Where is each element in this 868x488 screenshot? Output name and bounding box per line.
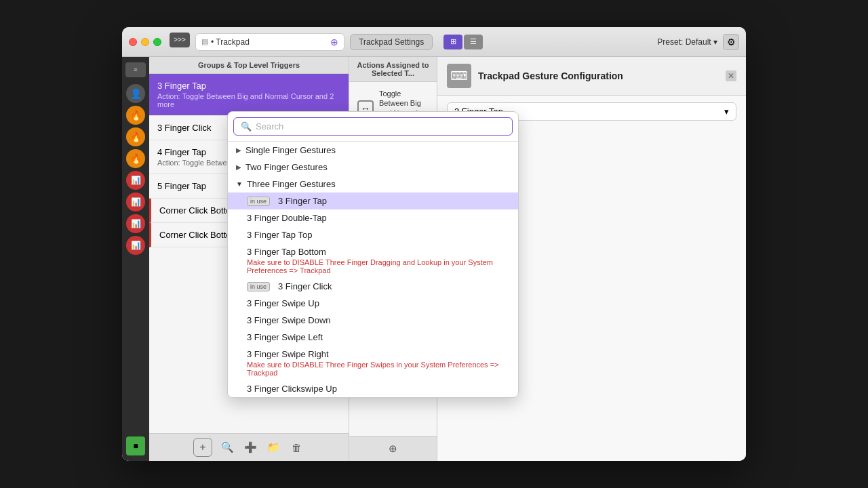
minimize-button[interactable] <box>141 38 149 46</box>
sidebar-icon-fire3[interactable]: 🔥 <box>126 149 145 168</box>
item-label: 3 Finger Swipe Down <box>247 315 331 325</box>
search-bar: 🔍 Search <box>228 112 518 142</box>
dropdown-item-3finger-click[interactable]: in use 3 Finger Click <box>228 278 518 295</box>
dropdown-item-3finger-tap[interactable]: in use 3 Finger Tap <box>228 192 518 209</box>
section-two-finger[interactable]: ▶ Two Finger Gestures <box>228 159 518 176</box>
actions-panel-footer: ⊕ <box>349 436 437 461</box>
actions-footer-btn[interactable]: ⊕ <box>385 441 401 457</box>
main-content: ≡ 👤 🔥 🔥 🔥 📊 📊 📊 📊 ■ Groups & Top Level T… <box>122 57 746 461</box>
gear-button[interactable]: ⚙ <box>723 34 739 50</box>
traffic-lights <box>129 38 161 46</box>
sidebar-icon-fire2[interactable]: 🔥 <box>126 127 145 146</box>
item-label: 3 Finger Click <box>278 281 332 291</box>
config-panel: ⌨ Trackpad Gesture Configuration ✕ 3 Fin… <box>437 57 746 461</box>
item-label: 3 Finger Tap Bottom <box>247 247 326 257</box>
item-label: 3 Finger Swipe Up <box>247 298 319 308</box>
preset-label[interactable]: Preset: Default ▾ <box>657 37 717 47</box>
dropdown-item-3finger-swipe-down[interactable]: 3 Finger Swipe Down <box>228 312 518 329</box>
nav-button[interactable]: >>> <box>170 33 190 47</box>
groups-panel-footer: + 🔍 ➕ 📁 🗑 <box>149 433 349 461</box>
search-groups-button[interactable]: 🔍 <box>219 439 235 455</box>
folder-button[interactable]: 📁 <box>265 439 281 455</box>
in-use-badge: in use <box>247 282 270 291</box>
item-note: Make sure to DISABLE Three Finger Swipes… <box>247 361 510 377</box>
config-close-button[interactable]: ✕ <box>726 70 736 81</box>
dropdown-list: ▶ Single Finger Gestures ▶ Two Finger Ge… <box>228 142 518 397</box>
item-label: 3 Finger Tap <box>278 196 327 206</box>
group-title: 3 Finger Tap <box>157 81 340 91</box>
dropdown-chevron-icon: ▾ <box>724 106 729 117</box>
dropdown-item-3finger-double-tap[interactable]: 3 Finger Double-Tap <box>228 209 518 226</box>
search-icon: 🔍 <box>241 121 252 131</box>
dropdown-item-3finger-swipe-right[interactable]: 3 Finger Swipe Right Make sure to DISABL… <box>228 346 518 380</box>
dropdown-item-3finger-tap-top[interactable]: 3 Finger Tap Top <box>228 226 518 243</box>
sidebar-nav-btn[interactable]: ≡ <box>125 62 146 77</box>
dropdown-item-3finger-swipe-up[interactable]: 3 Finger Swipe Up <box>228 295 518 312</box>
delete-group-button[interactable]: 🗑 <box>288 439 304 455</box>
app-window: >>> ▤ • Trackpad ⊕ Trackpad Settings ⊞ ☰… <box>122 27 746 461</box>
expand-three-icon: ▼ <box>236 180 243 188</box>
section-two-label: Two Finger Gestures <box>245 162 328 172</box>
title-bar: >>> ▤ • Trackpad ⊕ Trackpad Settings ⊞ ☰… <box>122 27 746 57</box>
item-label: 3 Finger Swipe Right <box>247 349 329 359</box>
dropdown-item-3finger-clickswipe-up[interactable]: 3 Finger Clickswipe Up <box>228 380 518 397</box>
sidebar-icon-green[interactable]: ■ <box>126 436 145 455</box>
groups-panel-header: Groups & Top Level Triggers <box>149 57 349 74</box>
trackpad-settings-button[interactable]: Trackpad Settings <box>350 34 433 50</box>
item-note: Make sure to DISABLE Three Finger Draggi… <box>247 258 510 274</box>
sidebar-icon-user[interactable]: 👤 <box>126 84 145 103</box>
item-label: 3 Finger Tap Top <box>247 230 312 240</box>
view-toggle: ⊞ ☰ <box>443 35 483 49</box>
item-label: 3 Finger Swipe Left <box>247 332 323 342</box>
section-three-label: Three Finger Gestures <box>247 179 336 189</box>
config-header: ⌨ Trackpad Gesture Configuration ✕ <box>437 57 746 96</box>
section-single-label: Single Finger Gestures <box>245 145 336 155</box>
location-bar[interactable]: ▤ • Trackpad ⊕ <box>195 33 344 51</box>
grid-view-button[interactable]: ⊞ <box>443 35 462 49</box>
expand-two-icon: ▶ <box>236 163 241 171</box>
config-panel-title: Trackpad Gesture Configuration <box>478 70 623 81</box>
search-placeholder: Search <box>256 121 283 131</box>
location-dropdown-icon[interactable]: ⊕ <box>330 37 338 47</box>
sidebar-icon-chart3[interactable]: 📊 <box>126 214 145 233</box>
gesture-dropdown-menu: 🔍 Search ▶ Single Finger Gestures ▶ Two … <box>227 111 519 398</box>
search-input-container[interactable]: 🔍 Search <box>233 117 513 136</box>
group-subtitle: Action: Toggle Between Big and Normal Cu… <box>157 92 340 108</box>
add-groups-plus-button[interactable]: ➕ <box>242 439 258 455</box>
sidebar: ≡ 👤 🔥 🔥 🔥 📊 📊 📊 📊 ■ <box>122 57 149 461</box>
section-three-finger[interactable]: ▼ Three Finger Gestures <box>228 176 518 192</box>
item-label: 3 Finger Double-Tap <box>247 213 327 223</box>
sidebar-icon-chart4[interactable]: 📊 <box>126 236 145 255</box>
item-label: 3 Finger Clickswipe Up <box>247 384 337 394</box>
actions-panel-header: Actions Assigned to Selected T... <box>349 57 437 82</box>
close-button[interactable] <box>129 38 137 46</box>
section-single-finger[interactable]: ▶ Single Finger Gestures <box>228 142 518 159</box>
dropdown-item-3finger-swipe-left[interactable]: 3 Finger Swipe Left <box>228 329 518 346</box>
sidebar-icon-chart2[interactable]: 📊 <box>126 192 145 211</box>
maximize-button[interactable] <box>153 38 161 46</box>
group-item-3finger-tap[interactable]: 3 Finger Tap Action: Toggle Between Big … <box>149 74 349 116</box>
trackpad-large-icon: ⌨ <box>447 64 471 88</box>
in-use-badge: in use <box>247 197 270 206</box>
list-view-button[interactable]: ☰ <box>464 35 483 49</box>
sidebar-icon-chart1[interactable]: 📊 <box>126 171 145 190</box>
sidebar-icon-fire1[interactable]: 🔥 <box>126 106 145 125</box>
add-group-button[interactable]: + <box>193 438 212 457</box>
expand-single-icon: ▶ <box>236 146 241 154</box>
dropdown-item-3finger-tap-bottom[interactable]: 3 Finger Tap Bottom Make sure to DISABLE… <box>228 243 518 278</box>
